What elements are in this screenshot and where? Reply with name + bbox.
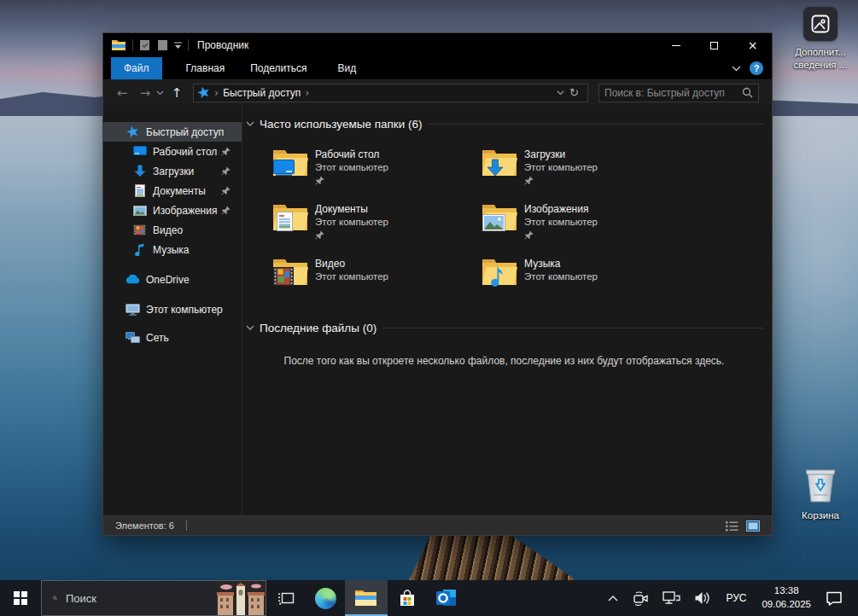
forward-button[interactable]: → <box>136 85 155 101</box>
breadcrumb-chevron-icon[interactable]: › <box>301 86 313 99</box>
sidebar-item-onedrive[interactable]: OneDrive <box>103 270 242 289</box>
folder-location: Этот компьютер <box>315 270 388 283</box>
folder-name: Рабочий стол <box>315 148 388 161</box>
taskbar-search-input[interactable] <box>66 592 216 605</box>
explorer-taskbar-button[interactable] <box>345 580 388 616</box>
tab-file[interactable]: Файл <box>111 57 162 79</box>
pin-icon <box>315 176 324 185</box>
section-collapse-chevron-icon[interactable] <box>245 325 258 331</box>
pin-icon <box>221 186 231 195</box>
pin-icon <box>315 230 324 240</box>
videos-folder-icon <box>272 257 308 288</box>
desktop-icon <box>132 146 147 157</box>
volume-tray-button[interactable] <box>690 580 715 616</box>
start-button[interactable] <box>0 580 41 616</box>
tab-view[interactable]: Вид <box>324 57 369 79</box>
sidebar-item-desktop[interactable]: Рабочий стол <box>103 142 242 161</box>
recent-locations-chevron-icon[interactable] <box>156 90 164 96</box>
recycle-bin-icon <box>803 466 838 507</box>
frequent-folders-section-header[interactable]: Часто используемые папки (6) <box>245 118 763 131</box>
microsoft-store-icon <box>398 589 417 607</box>
action-center-button[interactable] <box>821 580 851 616</box>
details-view-button[interactable] <box>726 520 738 532</box>
frequent-folders-grid: Рабочий стол Этот компьютер Загрузки Э <box>272 141 763 305</box>
section-collapse-chevron-icon[interactable] <box>245 121 258 127</box>
properties-icon[interactable] <box>139 39 151 51</box>
camera-icon <box>632 591 649 606</box>
sidebar-item-downloads[interactable]: Загрузки <box>103 161 242 181</box>
taskbar-clock[interactable]: 13:38 09.06.2025 <box>756 584 816 611</box>
customize-qat-chevron-icon[interactable] <box>174 41 182 49</box>
breadcrumb-quick-access[interactable]: Быстрый доступ <box>223 87 301 99</box>
refresh-icon[interactable]: ↻ <box>564 86 584 99</box>
folder-location: Этот компьютер <box>315 216 388 229</box>
items-count: Элементов: 6 <box>115 520 174 531</box>
desktop-shortcut-recycle-bin[interactable]: Корзина <box>785 466 856 522</box>
up-button[interactable]: ↑ <box>167 85 186 101</box>
tab-share[interactable]: Поделиться <box>237 57 319 79</box>
sidebar-item-music[interactable]: Музыка <box>103 240 242 259</box>
quick-access-star-icon <box>197 86 210 99</box>
minimize-icon <box>672 45 680 46</box>
search-box[interactable] <box>598 84 759 102</box>
pictures-folder-icon <box>482 202 517 233</box>
folder-tile-videos[interactable]: Видео Этот компьютер <box>272 250 482 305</box>
separator <box>188 39 189 51</box>
music-folder-icon <box>482 257 517 288</box>
task-view-button[interactable] <box>266 580 306 616</box>
desktop: Дополнит... сведения ... Корзина <box>0 0 858 616</box>
network-tray-button[interactable] <box>658 580 685 616</box>
navigation-pane: Быстрый доступ Рабочий стол Загрузки Док… <box>103 105 242 515</box>
window-title: Проводник <box>197 39 248 51</box>
documents-folder-icon <box>272 202 308 233</box>
clock-time: 13:38 <box>762 584 811 598</box>
folder-location: Этот компьютер <box>524 216 598 229</box>
back-button[interactable]: ← <box>113 85 131 101</box>
search-highlight-image[interactable] <box>216 581 266 615</box>
search-icon <box>53 591 57 605</box>
camera-tray-button[interactable] <box>627 580 653 616</box>
sidebar-item-network[interactable]: Сеть <box>103 328 242 347</box>
tab-home[interactable]: Главная <box>173 57 238 79</box>
folder-tile-pictures[interactable]: Изображения Этот компьютер <box>482 195 691 250</box>
taskbar-search-box[interactable] <box>41 580 266 616</box>
language-indicator[interactable]: РУС <box>721 592 751 604</box>
folder-name: Музыка <box>524 258 598 270</box>
show-hidden-icons-button[interactable] <box>604 580 622 616</box>
recent-files-section-header[interactable]: Последние файлы (0) <box>245 322 763 334</box>
large-icons-view-button[interactable] <box>746 520 760 532</box>
sidebar-item-this-pc[interactable]: Этот компьютер <box>103 299 242 319</box>
downloads-folder-icon <box>482 148 517 178</box>
sidebar-item-quick-access[interactable]: Быстрый доступ <box>103 122 242 142</box>
help-button[interactable]: ? <box>750 61 763 75</box>
action-center-icon <box>826 590 843 606</box>
folder-tile-desktop[interactable]: Рабочий стол Этот компьютер <box>272 141 482 195</box>
windows-logo-icon <box>14 591 27 605</box>
network-icon <box>125 332 140 344</box>
sidebar-item-pictures[interactable]: Изображения <box>103 200 242 220</box>
folder-tile-music[interactable]: Музыка Этот компьютер <box>482 250 691 305</box>
search-input[interactable] <box>604 87 742 99</box>
outlook-taskbar-button[interactable] <box>427 580 466 616</box>
address-dropdown-chevron-icon[interactable] <box>557 90 564 96</box>
desktop-shortcut-additional-info[interactable]: Дополнит... сведения ... <box>785 7 856 72</box>
store-taskbar-button[interactable] <box>388 580 427 616</box>
clock-date: 09.06.2025 <box>762 598 811 612</box>
taskbar: РУС 13:38 09.06.2025 <box>0 580 858 616</box>
folder-name: Документы <box>315 203 388 216</box>
maximize-button[interactable] <box>695 33 733 57</box>
folder-tile-downloads[interactable]: Загрузки Этот компьютер <box>482 141 691 195</box>
address-bar[interactable]: › Быстрый доступ › ↻ <box>193 84 588 102</box>
new-folder-icon[interactable] <box>157 39 168 51</box>
download-icon <box>132 165 147 177</box>
folder-name: Загрузки <box>524 148 598 161</box>
sidebar-item-documents[interactable]: Документы <box>103 181 242 200</box>
folder-tile-documents[interactable]: Документы Этот компьютер <box>272 195 482 250</box>
section-rule <box>429 124 763 125</box>
ribbon-expand-chevron-icon[interactable] <box>732 66 741 72</box>
chevron-up-icon <box>608 595 618 601</box>
close-button[interactable]: × <box>733 33 772 57</box>
sidebar-item-videos[interactable]: Видео <box>103 220 242 240</box>
edge-taskbar-button[interactable] <box>306 580 345 616</box>
minimize-button[interactable] <box>657 33 695 57</box>
